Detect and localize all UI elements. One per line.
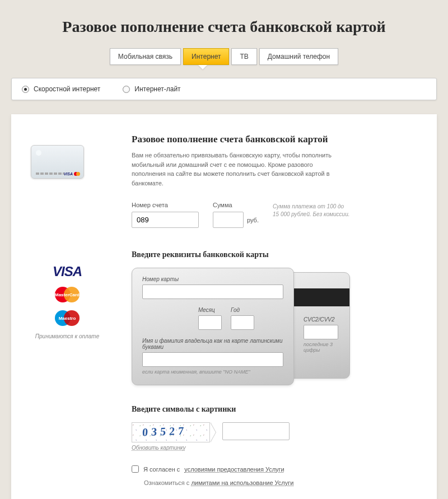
card-number-label: Номер карты: [142, 276, 283, 282]
page-title: Разовое пополнение счета банковской карт…: [0, 0, 448, 48]
accepted-text: Принимаются к оплате: [34, 333, 101, 339]
terms-link[interactable]: условиями предоставления Услуги: [184, 466, 284, 473]
radio-icon: [22, 86, 29, 93]
amount-input[interactable]: [213, 212, 244, 228]
captcha-image: 03527: [132, 422, 210, 442]
tab-pointer-icon: [198, 65, 207, 69]
internet-type-radio-group: Скоростной интернет Интернет-лайт: [11, 78, 437, 100]
account-label: Номер счета: [132, 202, 199, 208]
limits-prefix: Ознакомиться с: [144, 479, 191, 486]
arrow-right-icon: [210, 422, 216, 442]
card-year-label: Год: [231, 307, 254, 313]
card-year-input[interactable]: [231, 315, 254, 330]
radio-internet-lite[interactable]: Интернет-лайт: [123, 85, 180, 93]
tab-internet[interactable]: Интернет: [183, 48, 229, 65]
payment-form: VISA VISA MasterCard Maestro Принимаются…: [11, 114, 437, 499]
limits-link[interactable]: лимитами на использование Услуги: [191, 479, 293, 486]
account-input[interactable]: [132, 212, 199, 228]
mastercard-logo-icon: MasterCard: [34, 286, 101, 303]
card-month-label: Месяц: [198, 307, 222, 313]
form-intro: Вам не обязательно привязывать банковску…: [132, 151, 344, 188]
radio-label: Скоростной интернет: [34, 85, 100, 93]
visa-logo-icon: VISA: [34, 264, 101, 279]
card-illustration-icon: VISA: [31, 145, 84, 179]
form-title: Разовое пополнение счета банковской карт…: [132, 134, 414, 145]
service-tabs: Мобильная связь Интернет ТВ Домашний тел…: [0, 48, 448, 65]
maestro-logo-icon: Maestro: [34, 310, 101, 327]
agree-prefix: Я согласен с: [143, 466, 180, 473]
card-section-title: Введите реквизиты банковской карты: [132, 250, 414, 259]
cvc-input[interactable]: [304, 325, 338, 339]
captcha-sample: 03527: [142, 425, 187, 439]
cvc-label: CVC2/CVV2: [304, 316, 343, 323]
card-number-input[interactable]: [142, 285, 283, 299]
card-name-label: Имя и фамилия владельца как на карте лат…: [142, 338, 283, 350]
cvc-hint: последние 3 цифры: [304, 342, 343, 353]
captcha-refresh-link[interactable]: Обновить картинку: [132, 445, 186, 451]
accepted-cards: VISA MasterCard Maestro Принимаются к оп…: [34, 257, 101, 339]
card-month-input[interactable]: [198, 315, 222, 330]
captcha-input[interactable]: [222, 422, 290, 440]
captcha-title: Введите символы с картинки: [132, 405, 414, 414]
amount-label: Сумма: [213, 202, 259, 208]
tab-home-phone[interactable]: Домашний телефон: [259, 48, 338, 65]
card-name-hint: если карта неименная, впишите "NO NAME": [142, 369, 283, 376]
amount-hint: Сумма платежа от 100 до 15 000 рублей. Б…: [273, 203, 351, 218]
agree-checkbox[interactable]: [132, 465, 139, 473]
currency-label: руб.: [247, 217, 259, 223]
radio-icon: [123, 86, 130, 93]
card-name-input[interactable]: [142, 352, 283, 367]
tab-tv[interactable]: ТВ: [231, 48, 256, 65]
tab-mobile[interactable]: Мобильная связь: [110, 48, 181, 65]
card-front: Номер карты Месяц Год: [132, 268, 294, 385]
radio-fast-internet[interactable]: Скоростной интернет: [22, 85, 100, 93]
radio-label: Интернет-лайт: [134, 85, 180, 93]
